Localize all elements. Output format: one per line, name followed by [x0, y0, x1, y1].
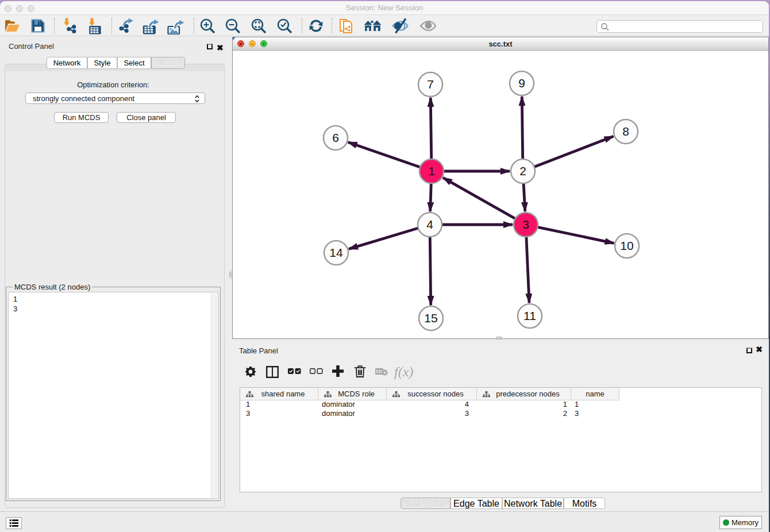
svg-text:11: 11	[523, 309, 536, 322]
svg-text:8: 8	[622, 125, 629, 138]
svg-text:10: 10	[620, 239, 633, 252]
svg-text:7: 7	[427, 78, 434, 91]
svg-text:1: 1	[428, 164, 435, 178]
svg-text:14: 14	[329, 246, 343, 259]
svg-text:3: 3	[522, 218, 529, 231]
svg-text:15: 15	[424, 311, 437, 325]
svg-text:2: 2	[519, 164, 526, 178]
svg-text:9: 9	[518, 76, 525, 90]
svg-text:6: 6	[332, 131, 339, 144]
svg-text:4: 4	[426, 218, 433, 231]
